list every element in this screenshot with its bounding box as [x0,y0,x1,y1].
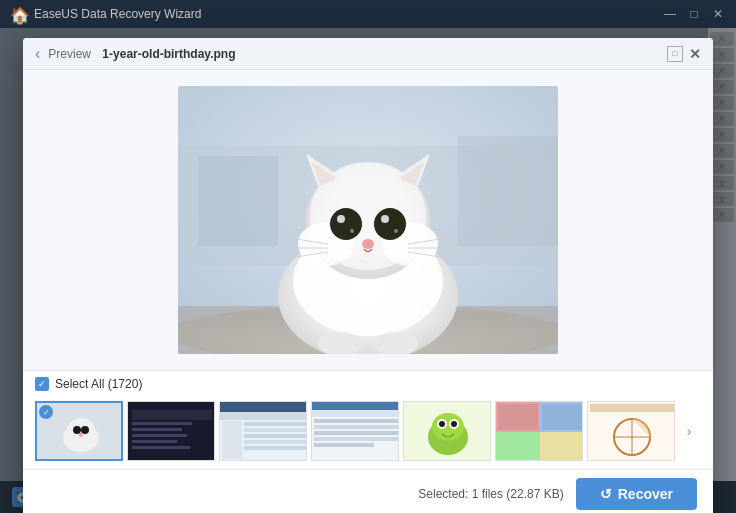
svg-point-33 [67,418,95,444]
svg-point-67 [451,421,457,427]
svg-rect-76 [590,404,674,412]
svg-rect-46 [220,412,307,420]
select-all-bar: ✓ Select All (1720) [23,371,713,397]
minimize-button[interactable]: — [662,6,678,22]
thumbnail-item[interactable] [311,401,399,461]
svg-rect-60 [314,443,374,447]
thumbnail-image[interactable] [403,401,491,461]
svg-rect-3 [458,136,558,246]
svg-point-17 [374,208,406,240]
svg-rect-73 [498,404,538,430]
svg-point-34 [73,426,81,434]
recover-button[interactable]: ↺ Recover [576,478,697,510]
svg-point-21 [394,229,398,233]
svg-point-16 [330,208,362,240]
thumbnail-image[interactable] [587,401,675,461]
thumbnail-next-arrow[interactable]: › [679,401,699,461]
svg-rect-51 [244,440,306,444]
preview-image [178,86,558,354]
thumbnail-item[interactable] [495,401,583,461]
svg-rect-59 [314,437,398,441]
thumbnail-image[interactable] [495,401,583,461]
svg-rect-41 [132,434,187,437]
svg-point-18 [337,215,345,223]
svg-point-66 [439,421,445,427]
svg-point-36 [79,433,83,437]
svg-rect-57 [314,425,398,429]
thumbnail-image[interactable] [219,401,307,461]
svg-rect-58 [314,431,398,435]
svg-rect-56 [314,419,398,423]
app-titlebar: 🏠 EaseUS Data Recovery Wizard — □ ✕ [0,0,736,28]
thumbnail-item[interactable]: ✓ [35,401,123,461]
svg-point-22 [362,239,374,249]
recover-icon: ↺ [600,486,612,502]
preview-modal: ‹ Preview 1-year-old-birthday.png □ ✕ [23,38,713,513]
svg-rect-50 [244,434,306,438]
modal-filename: 1-year-old-birthday.png [102,47,235,61]
thumbnail-item[interactable] [219,401,307,461]
thumbnail-item[interactable] [127,401,215,461]
svg-rect-40 [132,428,182,431]
svg-rect-72 [540,432,583,461]
modal-close-button[interactable]: ✕ [689,46,701,62]
app-icon: 🏠 [10,6,26,22]
thumbnail-image[interactable] [311,401,399,461]
svg-rect-49 [244,428,306,432]
thumbnail-image[interactable]: ✓ [35,401,123,461]
preview-area [23,70,713,370]
svg-rect-54 [312,402,399,410]
maximize-button[interactable]: □ [686,6,702,22]
svg-rect-48 [244,422,306,426]
svg-rect-74 [542,404,582,430]
svg-point-35 [81,426,89,434]
thumbnails-section: ✓ Select All (1720) [23,370,713,469]
titlebar-controls: — □ ✕ [662,6,726,22]
action-bar: Selected: 1 files (22.87 KB) ↺ Recover [23,469,713,513]
svg-point-20 [350,229,354,233]
svg-point-19 [381,215,389,223]
svg-rect-2 [198,156,278,246]
select-all-label: Select All (1720) [55,377,142,391]
thumbnail-check: ✓ [39,405,53,419]
svg-rect-38 [132,410,212,420]
selected-info: Selected: 1 files (22.87 KB) [418,487,563,501]
thumbnail-item[interactable] [587,401,675,461]
select-all-checkbox[interactable]: ✓ [35,377,49,391]
modal-overlay: ‹ Preview 1-year-old-birthday.png □ ✕ [0,28,736,513]
modal-title-label: Preview [48,47,91,61]
svg-rect-52 [244,446,306,450]
svg-rect-47 [222,421,242,459]
thumbnail-item[interactable] [403,401,491,461]
thumbnail-image[interactable] [127,401,215,461]
app-title: EaseUS Data Recovery Wizard [34,7,662,21]
svg-rect-71 [496,432,540,461]
svg-rect-42 [132,440,177,443]
svg-rect-43 [132,446,190,449]
thumbnail-strip: ✓ [23,397,713,469]
svg-rect-39 [132,422,192,425]
modal-titlebar: ‹ Preview 1-year-old-birthday.png □ ✕ [23,38,713,70]
back-button[interactable]: ‹ [35,45,40,63]
title-separator [95,47,98,61]
close-button[interactable]: ✕ [710,6,726,22]
svg-rect-55 [312,410,399,417]
recover-label: Recover [618,486,673,502]
modal-restore-button[interactable]: □ [667,46,683,62]
check-icon: ✓ [38,379,46,389]
svg-rect-45 [220,402,307,412]
